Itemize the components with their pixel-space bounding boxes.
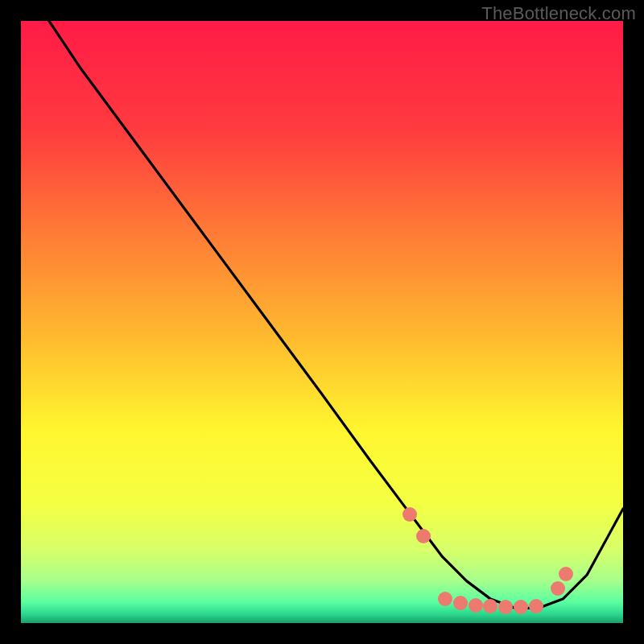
chart-frame: TheBottleneck.com	[0, 0, 644, 644]
curve-line	[21, 21, 623, 623]
marker-dot	[559, 567, 573, 581]
marker-dot	[469, 598, 483, 613]
plot-area	[21, 21, 623, 623]
marker-dot	[402, 507, 417, 522]
watermark-text: TheBottleneck.com	[481, 3, 636, 24]
marker-dot	[551, 581, 565, 596]
marker-dot	[483, 599, 497, 613]
marker-dot	[529, 599, 543, 613]
marker-dot	[453, 596, 468, 610]
marker-dot	[438, 592, 452, 606]
marker-dot	[416, 529, 431, 543]
marker-dot	[514, 600, 528, 614]
marker-dot	[498, 600, 513, 614]
